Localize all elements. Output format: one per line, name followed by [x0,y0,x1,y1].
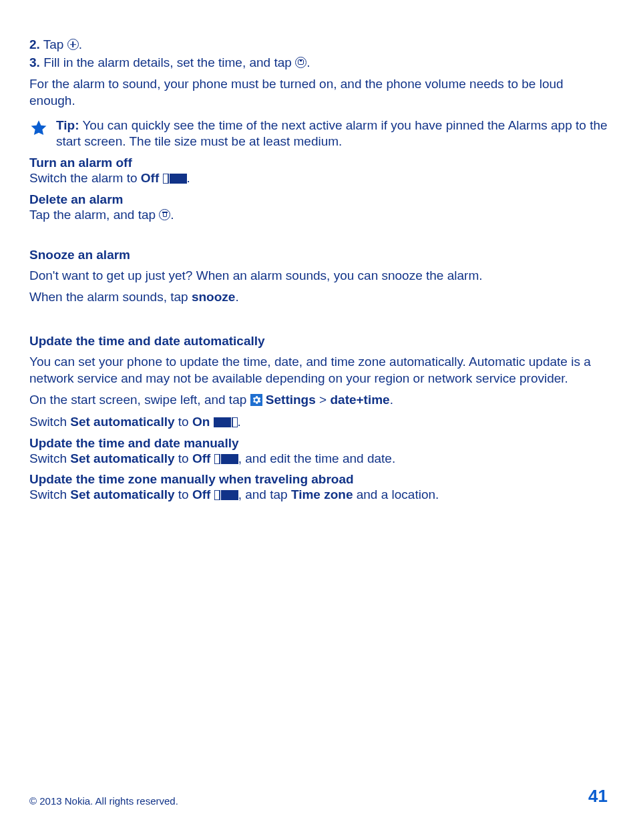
svg-rect-5 [221,454,238,464]
plus-circle-icon [67,39,79,50]
tip-text: Tip: You can quickly see the time of the… [56,118,608,150]
tz-pre: Switch [29,487,70,501]
svg-rect-4 [214,454,220,464]
auto-p2: On the start screen, swipe left, and tap… [29,392,608,409]
svg-rect-2 [214,417,231,427]
tip-body: You can quickly see the time of the next… [56,118,608,149]
auto-p2-pre: On the start screen, swipe left, and tap [29,393,250,407]
snooze-p2: When the alarm sounds, tap snooze. [29,289,608,306]
tz-off: Off [192,487,210,501]
delete-pre: Tap the alarm, and tap [29,208,159,222]
settings-tile-icon [250,394,262,406]
auto-p1: You can set your phone to update the tim… [29,354,608,387]
toggle-on-icon [214,417,238,427]
step-2-number: 2. [29,37,40,51]
svg-rect-3 [232,417,238,427]
step-2: 2. Tap . [29,37,608,53]
delete-body: Tap the alarm, and tap . [29,207,608,224]
auto-p3-pre: Switch [29,415,70,429]
auto-p3-to: to [175,415,192,429]
auto-datetime: date+time [330,393,389,407]
page-footer: © 2013 Nokia. All rights reserved. 41 [29,786,608,807]
auto-gt: > [316,393,331,407]
step-3: 3. Fill in the alarm details, set the ti… [29,55,608,71]
heading-tz: Update the time zone manually when trave… [29,472,608,487]
star-icon [29,118,56,140]
auto-p2-post: . [390,393,393,407]
svg-rect-6 [214,490,220,500]
snooze-p1: Don't want to get up just yet? When an a… [29,268,608,284]
snooze-p2-post: . [235,290,238,304]
manual-body: Switch Set automatically to Off , and ed… [29,451,608,467]
tip-label: Tip: [56,118,79,132]
turn-off-pre: Switch the alarm to [29,171,141,185]
step-2-text: Tap [43,37,64,51]
toggle-off-icon [214,454,238,464]
auto-settings: Settings [266,393,316,407]
tz-body: Switch Set automatically to Off , and ta… [29,487,608,503]
delete-post: . [170,208,174,222]
copyright-text: © 2013 Nokia. All rights reserved. [29,795,178,807]
tz-post: and a location. [353,487,439,501]
manual-pre: Switch [29,451,70,465]
step-3-after: . [306,55,310,69]
svg-rect-1 [170,174,187,184]
svg-rect-7 [221,490,238,500]
tz-timezone: Time zone [291,487,353,501]
alarm-on-note: For the alarm to sound, your phone must … [29,76,608,109]
manual-setauto: Set automatically [70,451,174,465]
heading-delete: Delete an alarm [29,192,608,207]
auto-p3-setauto: Set automatically [70,415,174,429]
snooze-p2-pre: When the alarm sounds, tap [29,290,192,304]
page-content: 2. Tap . 3. Fill in the alarm details, s… [0,0,637,503]
svg-rect-0 [163,174,168,184]
delete-circle-icon [159,209,170,220]
step-3-text: Fill in the alarm details, set the time,… [43,55,292,69]
page-number: 41 [588,786,608,807]
auto-p3: Switch Set automatically to On . [29,414,608,431]
auto-p3-on: On [192,415,210,429]
turn-off-post: . [187,171,190,185]
heading-snooze: Snooze an alarm [29,248,608,262]
heading-auto: Update the time and date automatically [29,334,608,349]
tip-block: Tip: You can quickly see the time of the… [29,118,608,150]
step-3-number: 3. [29,55,40,69]
manual-to: to [175,451,192,465]
heading-turn-off: Turn an alarm off [29,156,608,170]
turn-off-body: Switch the alarm to Off . [29,170,608,187]
tz-to: to [175,487,192,501]
toggle-off-icon [214,490,238,500]
toggle-off-icon [163,174,187,184]
step-2-after: . [79,37,82,51]
heading-manual: Update the time and date manually [29,436,608,451]
save-circle-icon [295,57,306,68]
snooze-p2-bold: snooze [192,290,235,304]
manual-off: Off [192,451,210,465]
manual-post: , and edit the time and date. [238,451,396,465]
auto-p3-post: . [238,415,241,429]
tz-setauto: Set automatically [70,487,174,501]
turn-off-off: Off [141,171,159,185]
tz-mid: , and tap [238,487,291,501]
